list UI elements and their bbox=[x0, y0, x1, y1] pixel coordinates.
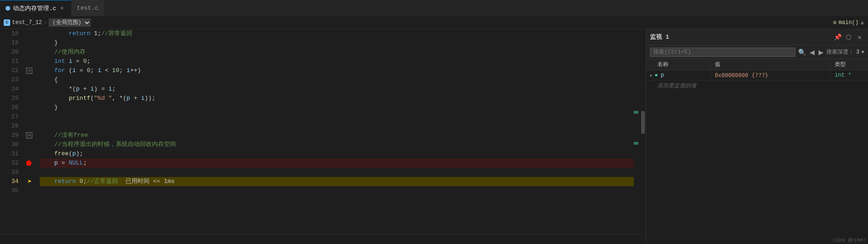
fold-indicator-29[interactable]: − bbox=[26, 132, 32, 139]
watch-var-name-p: p bbox=[661, 72, 664, 79]
watch-col-type-header: 类型 bbox=[831, 61, 868, 68]
line-num-34: 34 bbox=[2, 177, 19, 186]
gutter-26 bbox=[23, 103, 36, 112]
watch-nav-prev[interactable]: ◀ bbox=[809, 48, 816, 57]
watch-depth-value: 3 bbox=[856, 49, 859, 55]
tab-test-label: test.c bbox=[77, 5, 99, 12]
watch-search-bar: 🔍 ◀ ▶ 搜索深度： 3 ▼ bbox=[646, 45, 868, 59]
line-num-20: 20 bbox=[2, 48, 19, 57]
breadcrumb-func-name: main() bbox=[838, 19, 858, 26]
watch-row-p-name: ▶ ● p bbox=[646, 72, 711, 79]
gutter-34: ➤ bbox=[23, 177, 36, 186]
watch-row-p-type: int * bbox=[831, 72, 868, 79]
app-container: 动态内存管理.c ✕ test.c C test_7_12 › (全局范围) ⊙… bbox=[0, 0, 868, 244]
fold-indicator-22[interactable]: − bbox=[26, 67, 32, 74]
gutter-35 bbox=[23, 186, 36, 195]
line-num-25: 25 bbox=[2, 94, 19, 103]
watch-body-space: CSDN @FIRM! bbox=[646, 157, 868, 244]
breadcrumb-scope-select[interactable]: (全局范围) bbox=[49, 18, 91, 27]
editor-area: 18 19 20 21 22 23 24 25 26 27 28 29 30 3… bbox=[0, 29, 646, 244]
breadcrumb-file-name: test_7_12 bbox=[12, 19, 42, 26]
code-line-26: } bbox=[40, 103, 634, 112]
line-num-33: 33 bbox=[2, 168, 19, 177]
tab-test-c[interactable]: test.c bbox=[71, 0, 105, 16]
expand-icon-p[interactable]: ▶ bbox=[650, 73, 653, 78]
watch-row-p-value: 0x00000000 {???} bbox=[711, 72, 831, 79]
watch-icon-p: ● bbox=[655, 72, 658, 79]
gutter-25 bbox=[23, 94, 36, 103]
code-editor[interactable]: return 1;//异常返回 } //使用内存 int i = 0; bbox=[36, 29, 634, 234]
line-num-23: 23 bbox=[2, 75, 19, 85]
code-line-28 bbox=[40, 122, 634, 131]
tab-dynamic-close[interactable]: ✕ bbox=[59, 4, 65, 12]
watch-nav-next[interactable]: ▶ bbox=[818, 48, 824, 57]
code-line-35 bbox=[40, 186, 634, 195]
code-line-21: int i = 0; bbox=[40, 57, 634, 66]
line-numbers: 18 19 20 21 22 23 24 25 26 27 28 29 30 3… bbox=[0, 29, 23, 234]
gutter-27 bbox=[23, 112, 36, 122]
file-c-icon bbox=[6, 6, 10, 11]
code-line-25: printf("%d ", *(p + i)); bbox=[40, 94, 634, 103]
code-line-32: p = NULL; bbox=[40, 159, 634, 168]
gutter-32[interactable] bbox=[23, 159, 36, 168]
gutter-22[interactable]: − bbox=[23, 66, 36, 75]
watch-close-button[interactable]: ✕ bbox=[855, 32, 864, 42]
gutter-33 bbox=[23, 168, 36, 177]
gutter-19 bbox=[23, 38, 36, 48]
code-line-27 bbox=[40, 112, 634, 122]
watch-pin-button[interactable]: 📌 bbox=[833, 32, 842, 42]
gutter: − − bbox=[23, 29, 36, 234]
watch-add-label: 添加要监视的项 bbox=[657, 82, 696, 90]
line-num-24: 24 bbox=[2, 85, 19, 94]
gutter-24 bbox=[23, 85, 36, 94]
gutter-20 bbox=[23, 48, 36, 57]
status-line: 已用时间 <= 1ms bbox=[0, 234, 646, 244]
line-num-27: 27 bbox=[2, 112, 19, 122]
csdn-watermark: CSDN @FIRM! bbox=[832, 238, 866, 243]
code-container: 18 19 20 21 22 23 24 25 26 27 28 29 30 3… bbox=[0, 29, 646, 234]
line-num-21: 21 bbox=[2, 57, 19, 66]
line-num-28: 28 bbox=[2, 122, 19, 131]
code-line-33 bbox=[40, 168, 634, 177]
gutter-23 bbox=[23, 75, 36, 85]
watch-search-button[interactable]: 🔍 bbox=[797, 48, 807, 57]
line-num-26: 26 bbox=[2, 103, 19, 112]
scrollbar-minimap[interactable] bbox=[634, 29, 646, 234]
breadcrumb-bar: C test_7_12 › (全局范围) ⊙ main() ▲ bbox=[0, 16, 868, 29]
watch-add-item[interactable]: 添加要监视的项 bbox=[646, 80, 868, 91]
scrollbar-thumb[interactable] bbox=[641, 111, 645, 134]
breadcrumb-sep1: › bbox=[44, 20, 47, 25]
line-num-19: 19 bbox=[2, 38, 19, 48]
line-num-29: 29 bbox=[2, 131, 19, 140]
minimap-seg-2 bbox=[634, 142, 638, 145]
gutter-31 bbox=[23, 149, 36, 159]
watch-col-value-header: 值 bbox=[711, 61, 831, 68]
code-line-22: for (i = 0; i < 10; i++) bbox=[40, 66, 634, 75]
watch-depth-dropdown[interactable]: ▼ bbox=[861, 49, 864, 55]
watch-search-input[interactable] bbox=[650, 48, 795, 57]
watch-col-name-header: 名称 bbox=[646, 61, 711, 68]
gutter-29[interactable]: − bbox=[23, 131, 36, 140]
tab-dynamic-memory[interactable]: 动态内存管理.c ✕ bbox=[0, 0, 71, 16]
scroll-up-button[interactable]: ▲ bbox=[861, 19, 864, 26]
watch-table-header: 名称 值 类型 bbox=[646, 59, 868, 70]
watch-table: ▶ ● p 0x00000000 {???} int * 添加要监视的项 bbox=[646, 70, 868, 157]
code-line-31: free(p); bbox=[40, 149, 634, 159]
gutter-30 bbox=[23, 140, 36, 149]
func-icon: ⊙ bbox=[833, 19, 837, 26]
watch-title: 监视 1 bbox=[650, 33, 831, 41]
code-line-24: *(p + i) = i; bbox=[40, 85, 634, 94]
line-num-32: 32 bbox=[2, 159, 19, 168]
code-line-19: } bbox=[40, 38, 634, 48]
watch-float-button[interactable]: ⬡ bbox=[844, 32, 853, 42]
gutter-28 bbox=[23, 122, 36, 131]
breadcrumb-file: C test_7_12 bbox=[4, 19, 42, 26]
watch-header: 监视 1 📌 ⬡ ✕ bbox=[646, 29, 868, 45]
watch-row-p[interactable]: ▶ ● p 0x00000000 {???} int * bbox=[646, 70, 868, 80]
line-num-30: 30 bbox=[2, 140, 19, 149]
line-num-18: 18 bbox=[2, 29, 19, 38]
breadcrumb-scope-item[interactable]: (全局范围) bbox=[49, 18, 91, 27]
gutter-21 bbox=[23, 57, 36, 66]
tab-bar: 动态内存管理.c ✕ test.c bbox=[0, 0, 868, 16]
breadcrumb-right: ⊙ main() ▲ bbox=[833, 19, 864, 26]
